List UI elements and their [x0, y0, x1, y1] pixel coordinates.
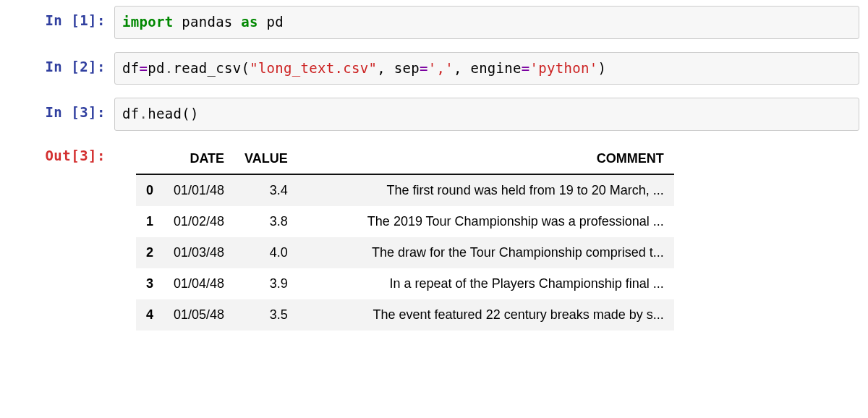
- dot3: .: [139, 106, 148, 121]
- kw-import: import: [122, 14, 173, 30]
- cell-in-3: In [3]: df.head(): [9, 98, 859, 131]
- table-row: 2 01/03/48 4.0 The draw for the Tour Cha…: [136, 237, 674, 268]
- code-input-1[interactable]: import pandas as pd: [114, 6, 859, 39]
- row-index: 1: [136, 206, 163, 237]
- name-pandas: pandas: [173, 14, 241, 30]
- kw-as: as: [241, 14, 258, 30]
- prompt-out-3: Out[3]:: [9, 141, 114, 163]
- table-row: 4 01/05/48 3.5 The event featured 22 cen…: [136, 299, 674, 330]
- cell-date: 01/02/48: [163, 206, 234, 237]
- eq1: =: [420, 60, 428, 76]
- str-file: "long_text.csv": [250, 60, 377, 76]
- name-df: df: [122, 60, 139, 76]
- cell-comment: The draw for the Tour Championship compr…: [298, 237, 674, 268]
- name-pd: pd: [258, 14, 284, 30]
- table-row: 1 01/02/48 3.8 The 2019 Tour Championshi…: [136, 206, 674, 237]
- table-row: 3 01/04/48 3.9 In a repeat of the Player…: [136, 268, 674, 299]
- row-index: 0: [136, 174, 163, 206]
- name-pd2: pd: [148, 60, 164, 76]
- rparen3: ): [190, 106, 199, 121]
- table-row: 0 01/01/48 3.4 The first round was held …: [136, 174, 674, 206]
- cell-out-3: Out[3]: DATE VALUE COMMENT 0 01/01/48 3.…: [9, 141, 859, 330]
- cell-date: 01/01/48: [163, 174, 234, 206]
- row-index: 2: [136, 237, 163, 268]
- comma1: ,: [377, 60, 393, 76]
- arg-sep: sep: [394, 60, 420, 76]
- rparen: ): [598, 60, 607, 76]
- row-index: 3: [136, 268, 163, 299]
- comma2: ,: [454, 60, 470, 76]
- dataframe-table: DATE VALUE COMMENT 0 01/01/48 3.4 The fi…: [136, 144, 674, 330]
- cell-value: 4.0: [234, 237, 298, 268]
- cell-value: 3.8: [234, 206, 298, 237]
- df-header-comment: COMMENT: [298, 144, 674, 174]
- fn-readcsv: read_csv: [173, 60, 241, 76]
- cell-value: 3.9: [234, 268, 298, 299]
- code-input-2[interactable]: df=pd.read_csv("long_text.csv", sep=',',…: [114, 52, 859, 85]
- cell-value: 3.5: [234, 299, 298, 330]
- cell-in-1: In [1]: import pandas as pd: [9, 6, 859, 39]
- row-index: 4: [136, 299, 163, 330]
- df-header-date: DATE: [163, 144, 234, 174]
- cell-date: 01/03/48: [163, 237, 234, 268]
- prompt-in-1: In [1]:: [9, 6, 114, 28]
- name-df3: df: [122, 106, 139, 121]
- df-header-index: [136, 144, 163, 174]
- cell-date: 01/05/48: [163, 299, 234, 330]
- cell-value: 3.4: [234, 174, 298, 206]
- cell-comment: The 2019 Tour Championship was a profess…: [298, 206, 674, 237]
- arg-engine: engine: [470, 60, 521, 76]
- cell-comment: In a repeat of the Players Championship …: [298, 268, 674, 299]
- cell-comment: The first round was held from 19 to 20 M…: [298, 174, 674, 206]
- prompt-in-3: In [3]:: [9, 98, 114, 120]
- df-head: DATE VALUE COMMENT: [136, 144, 674, 174]
- lparen: (: [241, 60, 250, 76]
- fn-head: head: [148, 106, 182, 121]
- str-engine: 'python': [530, 60, 598, 76]
- prompt-in-2: In [2]:: [9, 52, 114, 74]
- dot: .: [165, 60, 174, 76]
- str-sep: ',': [428, 60, 454, 76]
- df-header-value: VALUE: [234, 144, 298, 174]
- eq2: =: [522, 60, 530, 76]
- lparen3: (: [182, 106, 190, 121]
- op-eq: =: [139, 60, 148, 76]
- df-body: 0 01/01/48 3.4 The first round was held …: [136, 174, 674, 330]
- cell-date: 01/04/48: [163, 268, 234, 299]
- output-area-3: DATE VALUE COMMENT 0 01/01/48 3.4 The fi…: [114, 141, 859, 330]
- code-input-3[interactable]: df.head(): [114, 98, 859, 131]
- df-header-row: DATE VALUE COMMENT: [136, 144, 674, 174]
- cell-in-2: In [2]: df=pd.read_csv("long_text.csv", …: [9, 52, 859, 85]
- cell-comment: The event featured 22 century breaks mad…: [298, 299, 674, 330]
